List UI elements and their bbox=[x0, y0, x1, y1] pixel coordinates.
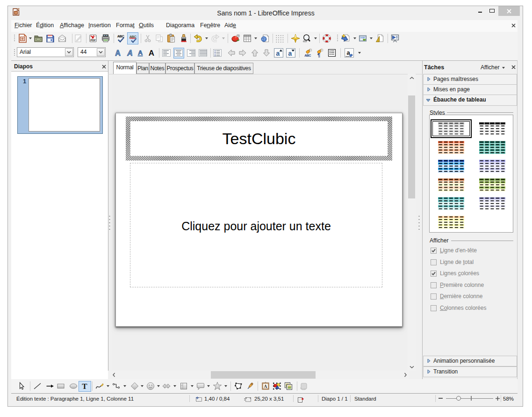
svg-text:A: A bbox=[149, 49, 154, 58]
svg-text:%: % bbox=[237, 35, 239, 37]
svg-text:PDF: PDF bbox=[90, 39, 96, 42]
svg-text:T: T bbox=[82, 382, 87, 391]
svg-text:A: A bbox=[264, 384, 267, 389]
svg-text:A: A bbox=[138, 49, 143, 56]
svg-text:a: a bbox=[288, 50, 292, 57]
svg-text:ABC: ABC bbox=[304, 54, 311, 57]
svg-text:A: A bbox=[115, 49, 121, 57]
svg-text:a: a bbox=[346, 49, 350, 56]
svg-text:a: a bbox=[276, 50, 280, 57]
svg-text:*: * bbox=[302, 397, 304, 403]
svg-text:¶: ¶ bbox=[317, 52, 320, 58]
svg-text:A: A bbox=[127, 49, 133, 57]
